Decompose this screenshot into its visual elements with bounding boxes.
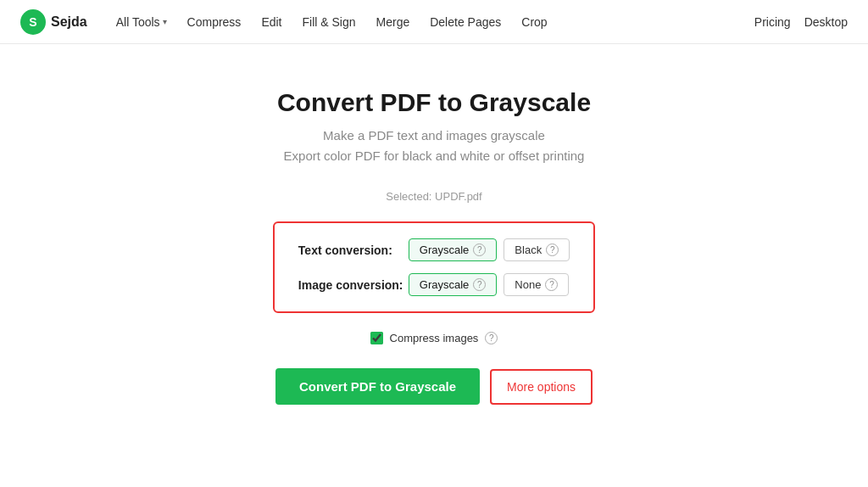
image-grayscale-help-icon[interactable]: ? <box>473 278 486 291</box>
nav-compress[interactable]: Compress <box>179 10 250 34</box>
logo[interactable]: S Sejda <box>20 9 87 35</box>
compress-help-icon[interactable]: ? <box>485 332 498 344</box>
compress-row: Compress images ? <box>370 332 498 344</box>
selected-file: Selected: UPDF.pdf <box>386 190 481 203</box>
options-box: Text conversion: Grayscale ? Black ? Ima… <box>273 221 595 313</box>
page-title: Convert PDF to Grayscale <box>277 88 591 117</box>
logo-icon: S <box>20 9 46 35</box>
nav-merge[interactable]: Merge <box>368 10 419 34</box>
text-conversion-buttons: Grayscale ? Black ? <box>409 238 570 261</box>
text-grayscale-button[interactable]: Grayscale ? <box>409 238 498 261</box>
more-options-button[interactable]: More options <box>490 369 593 405</box>
compress-images-checkbox[interactable] <box>370 332 383 344</box>
image-none-help-icon[interactable]: ? <box>545 278 558 291</box>
main-content: Convert PDF to Grayscale Make a PDF text… <box>0 44 868 405</box>
action-row: Convert PDF to Grayscale More options <box>275 368 593 405</box>
text-conversion-label: Text conversion: <box>298 244 409 257</box>
nav-crop[interactable]: Crop <box>513 10 555 34</box>
image-grayscale-button[interactable]: Grayscale ? <box>409 273 498 296</box>
nav-all-tools[interactable]: All Tools ▾ <box>108 10 175 34</box>
nav-desktop[interactable]: Desktop <box>804 15 848 29</box>
nav-edit[interactable]: Edit <box>253 10 290 34</box>
nav-pricing[interactable]: Pricing <box>754 15 791 29</box>
image-conversion-buttons: Grayscale ? None ? <box>409 273 570 296</box>
nav-links: All Tools ▾ Compress Edit Fill & Sign Me… <box>108 10 556 34</box>
nav-fill-sign[interactable]: Fill & Sign <box>294 10 364 34</box>
text-grayscale-help-icon[interactable]: ? <box>473 244 486 256</box>
text-black-help-icon[interactable]: ? <box>546 244 559 256</box>
image-none-button[interactable]: None ? <box>504 273 569 296</box>
nav-right: Pricing Desktop <box>754 15 848 29</box>
image-conversion-row: Image conversion: Grayscale ? None ? <box>298 273 570 296</box>
compress-images-label: Compress images <box>390 332 479 344</box>
chevron-down-icon: ▾ <box>163 17 167 26</box>
convert-button[interactable]: Convert PDF to Grayscale <box>275 368 480 405</box>
text-black-button[interactable]: Black ? <box>504 238 570 261</box>
page-subtitle: Make a PDF text and images grayscale Exp… <box>284 126 585 166</box>
navbar: S Sejda All Tools ▾ Compress Edit Fill &… <box>0 0 868 44</box>
logo-name: Sejda <box>51 14 87 30</box>
text-conversion-row: Text conversion: Grayscale ? Black ? <box>298 238 570 261</box>
nav-delete-pages[interactable]: Delete Pages <box>421 10 509 34</box>
image-conversion-label: Image conversion: <box>298 278 409 292</box>
